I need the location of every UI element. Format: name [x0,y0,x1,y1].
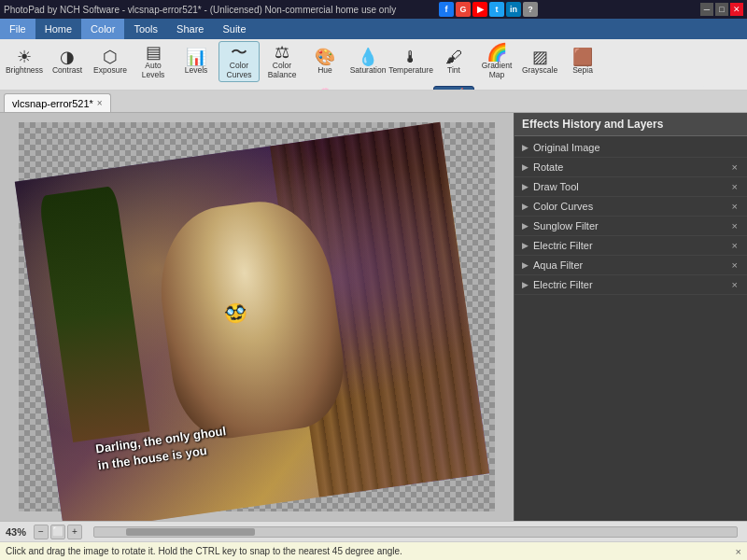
effect-close-button[interactable]: × [730,201,740,212]
effect-close-button[interactable]: × [730,240,740,251]
image-container[interactable]: 🥸 Darling, the only ghoul in the house i… [15,122,489,521]
effect-arrow-icon: ▶ [522,162,529,172]
linkedin-icon[interactable]: in [506,2,521,17]
grayscale-button[interactable]: ▨ Grayscale [519,41,560,82]
effect-name: Sunglow Filter [533,220,730,231]
minimize-button[interactable]: ─ [700,3,713,16]
effect-color-curves[interactable]: ▶ Color Curves × [514,197,747,217]
grayscale-label: Grayscale [522,66,557,75]
toolbar: ☀ Brightness ◑ Contrast ⬡ Exposure ▤ Aut… [0,39,747,91]
auto-levels-label: Auto Levels [135,62,171,79]
effect-rotate[interactable]: ▶ Rotate × [514,158,747,177]
effect-close-button[interactable]: × [730,220,740,231]
saturation-icon: 💧 [358,49,378,65]
effect-arrow-icon: ▶ [522,182,529,191]
auto-levels-button[interactable]: ▤ Auto Levels [133,41,174,82]
levels-label: Levels [185,66,208,75]
brightness-button[interactable]: ☀ Brightness [4,41,45,82]
effect-arrow-icon: ▶ [522,221,529,231]
exposure-button[interactable]: ⬡ Exposure [90,41,131,82]
sepia-icon: 🟫 [572,49,593,65]
title-bar: PhotoPad by NCH Software - vlcsnap-error… [0,0,747,19]
contrast-button[interactable]: ◑ Contrast [47,41,88,82]
status-bar: 43% − ⬜ + [0,521,747,541]
maximize-button[interactable]: □ [715,3,728,16]
hint-close-button[interactable]: × [736,546,741,557]
facebook-icon[interactable]: f [439,2,454,17]
effect-arrow-icon: ▶ [522,260,529,270]
gradient-map-label: Gradient Map [479,62,514,79]
effects-list: ▶ Original Image ▶ Rotate × ▶ Draw Tool … [514,136,747,521]
effect-arrow-icon: ▶ [522,241,529,250]
effect-original-image[interactable]: ▶ Original Image [514,138,747,158]
effect-aqua-filter[interactable]: ▶ Aqua Filter × [514,256,747,275]
twitter-icon[interactable]: t [489,2,504,17]
effect-arrow-icon: ▶ [522,280,529,289]
contrast-label: Contrast [52,66,82,75]
sepia-label: Sepia [572,66,593,75]
window-controls: ─ □ ✕ [700,3,743,16]
zoom-level: 43% [6,526,26,538]
effect-name: Electric Filter [533,240,730,251]
tab-close-button[interactable]: × [97,98,103,108]
menu-home[interactable]: Home [35,19,81,39]
exposure-label: Exposure [93,66,127,75]
effect-close-button[interactable]: × [730,259,740,271]
effect-close-button[interactable]: × [730,161,740,173]
menu-color[interactable]: Color [81,19,124,39]
zoom-controls: − ⬜ + [34,525,82,539]
effect-electric-filter-1[interactable]: ▶ Electric Filter × [514,236,747,256]
color-curves-button[interactable]: 〜 Color Curves [218,41,260,82]
zoom-out-button[interactable]: − [34,525,49,539]
saturation-label: Saturation [350,66,387,75]
help-icon[interactable]: ? [523,2,538,17]
social-bar: f G ▶ t in ? [439,0,538,19]
close-button[interactable]: ✕ [730,3,743,16]
effect-arrow-icon: ▶ [522,202,529,211]
saturation-button[interactable]: 💧 Saturation [347,41,388,82]
levels-button[interactable]: 📊 Levels [176,41,217,82]
effect-sunglow-filter[interactable]: ▶ Sunglow Filter × [514,217,747,236]
hint-bar: Click and drag the image to rotate it. H… [0,541,747,560]
sepia-button[interactable]: 🟫 Sepia [562,41,603,82]
color-balance-button[interactable]: ⚖ Color Balance [261,41,303,82]
menu-file[interactable]: File [0,19,35,39]
zoom-in-button[interactable]: + [67,525,82,539]
temperature-label: Temperature [388,66,433,75]
auto-levels-icon: ▤ [146,44,162,61]
effect-close-button[interactable]: × [730,181,740,192]
menu-share[interactable]: Share [167,19,213,39]
image-tab[interactable]: vlcsnap-error521* × [4,93,111,112]
panel-title: Effects History and Layers [514,113,747,136]
horizontal-scrollbar[interactable] [93,526,738,538]
hue-label: Hue [317,66,332,75]
effect-electric-filter-2[interactable]: ▶ Electric Filter × [514,275,747,295]
canvas-area[interactable]: 🥸 Darling, the only ghoul in the house i… [0,113,514,521]
gradient-map-button[interactable]: 🌈 Gradient Map [476,41,517,82]
levels-icon: 📊 [186,49,206,65]
image-mustache: 🥸 [222,300,248,325]
youtube-icon[interactable]: ▶ [472,2,487,17]
scrollbar-thumb[interactable] [126,528,255,536]
color-curves-icon: 〜 [231,44,247,61]
effect-draw-tool[interactable]: ▶ Draw Tool × [514,177,747,197]
effect-arrow-icon: ▶ [522,143,529,152]
color-balance-label: Color Balance [264,62,300,79]
temperature-button[interactable]: 🌡 Temperature [390,41,431,82]
effect-name: Electric Filter [533,279,730,290]
menu-tools[interactable]: Tools [124,19,167,39]
tint-button[interactable]: 🖌 Tint [433,41,474,82]
main-area: 🥸 Darling, the only ghoul in the house i… [0,113,747,521]
hue-button[interactable]: 🎨 Hue [304,41,345,82]
effects-panel: Effects History and Layers ▶ Original Im… [514,113,747,521]
menu-suite[interactable]: Suite [213,19,255,39]
effect-name: Original Image [533,142,740,153]
effect-name: Rotate [533,161,730,173]
effect-close-button[interactable]: × [730,279,740,290]
color-curves-label: Color Curves [221,62,257,79]
tint-icon: 🖌 [445,49,462,65]
effect-name: Color Curves [533,201,730,212]
zoom-reset-button[interactable]: ⬜ [50,525,65,539]
brightness-icon: ☀ [17,49,32,65]
google-icon[interactable]: G [456,2,471,17]
